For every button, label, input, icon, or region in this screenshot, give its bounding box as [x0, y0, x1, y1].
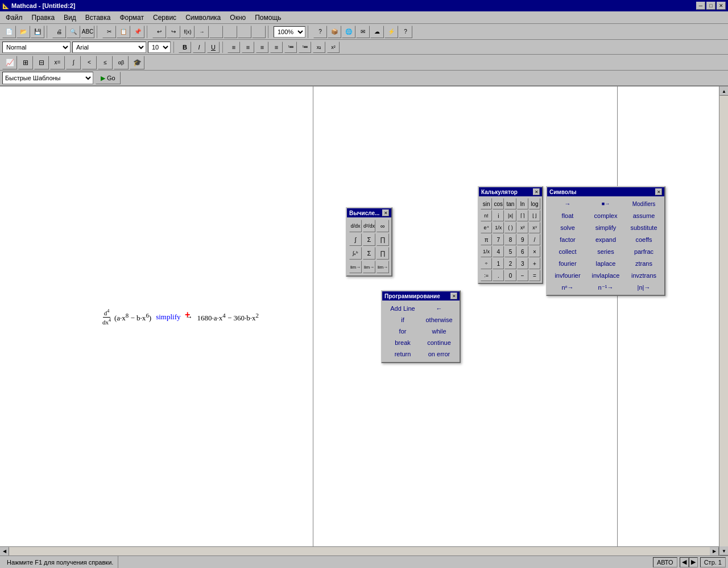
underline-button[interactable]: U [207, 42, 220, 53]
menu-view[interactable]: Вид [59, 13, 81, 23]
sym-modifiers[interactable]: Modifiers [625, 198, 663, 209]
prog-panel-title[interactable]: Программирование ✕ [382, 291, 460, 301]
calc-paren[interactable]: ( ) [504, 222, 516, 233]
calc-assign[interactable]: := [481, 270, 492, 281]
calc-floor[interactable]: ⌊⌋ [529, 210, 540, 221]
calc-9[interactable]: 9 [517, 234, 528, 245]
calc-eq[interactable]: = [529, 270, 540, 281]
calc-5[interactable]: 5 [504, 246, 516, 257]
prog-return[interactable]: return [384, 348, 421, 360]
btn3[interactable] [238, 26, 251, 38]
style-select[interactable]: Normal [2, 42, 71, 53]
align-left[interactable]: ≡ [228, 42, 240, 53]
sym-parfrac[interactable]: parfrac [625, 246, 663, 257]
restore-button[interactable]: □ [706, 2, 715, 10]
web-button[interactable]: 🌐 [342, 26, 355, 38]
vych-deriv[interactable]: d/dx [349, 220, 362, 232]
vych-prod[interactable]: ∏ [377, 233, 389, 246]
sym-laplace[interactable]: laplace [587, 258, 624, 269]
prog-arrow[interactable]: ← [421, 303, 457, 314]
vych-sum[interactable]: Σ [363, 233, 375, 246]
sym-substitute[interactable]: substitute [625, 222, 663, 233]
align-center[interactable]: ≡ [242, 42, 254, 53]
insert-unit[interactable]: → [195, 26, 209, 38]
btn1[interactable] [209, 26, 223, 38]
sym-btn-6[interactable]: < [82, 56, 97, 69]
sym-invfourier[interactable]: invfourier [549, 270, 586, 281]
sym-arrow2[interactable]: ■→ [587, 198, 624, 209]
sym-factor[interactable]: factor [549, 234, 586, 245]
superscript[interactable]: x² [327, 42, 340, 53]
align-right[interactable]: ≡ [256, 42, 268, 53]
calc-8[interactable]: 8 [504, 234, 516, 245]
bold-button[interactable]: B [179, 42, 191, 53]
help2-button[interactable]: ? [399, 26, 412, 38]
menu-help[interactable]: Помощь [250, 13, 286, 23]
prog-while[interactable]: while [421, 326, 457, 337]
sym-ztrans[interactable]: ztrans [625, 258, 663, 269]
sym-close[interactable]: ✕ [655, 188, 662, 195]
scroll-up[interactable]: ▲ [719, 87, 728, 96]
undo-button[interactable]: ↩ [152, 26, 166, 38]
prog-for[interactable]: for [384, 326, 421, 337]
vych-deriv2[interactable]: d²/dx [363, 220, 375, 232]
btn2[interactable] [224, 26, 237, 38]
minimize-button[interactable]: ─ [696, 2, 705, 10]
calc-inv2[interactable]: 1/x [481, 246, 492, 257]
help-button[interactable]: ? [313, 26, 327, 38]
menu-symbolic[interactable]: Символика [181, 13, 225, 23]
calc-ceil[interactable]: ⌈⌉ [517, 210, 528, 221]
spell-button[interactable]: ABC [81, 26, 94, 38]
sym-btn-7[interactable]: ≤ [98, 56, 113, 69]
calc-pow[interactable]: xʸ [529, 222, 540, 233]
prog-if[interactable]: if [384, 314, 421, 326]
sym-expand[interactable]: expand [587, 234, 624, 245]
scroll-left[interactable]: ◀ [0, 547, 9, 556]
insert-func[interactable]: f(x) [181, 26, 195, 38]
sym-simplify[interactable]: simplify [587, 222, 624, 233]
calc-sin[interactable]: sin [481, 198, 492, 209]
vych-panel-title[interactable]: Вычисле... ✕ [347, 208, 391, 217]
calc-1[interactable]: 1 [493, 258, 504, 269]
prog-otherwise[interactable]: otherwise [421, 314, 457, 326]
print-button[interactable]: 🖨 [52, 26, 66, 38]
calc-0[interactable]: 0 [504, 270, 516, 281]
copy-button[interactable]: 📋 [117, 26, 130, 38]
calc-nfact[interactable]: n! [481, 210, 492, 221]
prog-onerror[interactable]: on error [421, 348, 457, 360]
list2[interactable]: ≔ [299, 42, 311, 53]
vscroll[interactable]: ▲ ▼ [719, 87, 728, 555]
calc-tan[interactable]: tan [504, 198, 516, 209]
calc-panel-title[interactable]: Калькулятор ✕ [479, 187, 542, 196]
calc-exp[interactable]: eˣ [481, 222, 492, 233]
sym-complex[interactable]: complex [587, 210, 624, 221]
template-select[interactable]: Быстрые Шаблоны [2, 72, 93, 84]
cloud-button[interactable]: ☁ [370, 26, 384, 38]
calc-div[interactable]: / [529, 234, 540, 245]
new-button[interactable]: 📄 [2, 26, 16, 38]
calc-pi[interactable]: π [481, 234, 492, 245]
sym-btn-8[interactable]: αβ [114, 56, 129, 69]
prog-continue[interactable]: continue [421, 337, 457, 348]
italic-button[interactable]: I [193, 42, 205, 53]
calc-sq[interactable]: x² [517, 222, 528, 233]
vych-lim3[interactable]: lim→ [377, 261, 389, 273]
subscript[interactable]: x₂ [313, 42, 325, 53]
sym-coeffs[interactable]: coeffs [625, 234, 663, 245]
sym-ninv[interactable]: n⁻¹→ [587, 282, 624, 293]
sym-invlaplace[interactable]: invlaplace [587, 270, 624, 281]
calc-abs[interactable]: |x| [504, 210, 516, 221]
calc-7[interactable]: 7 [493, 234, 504, 245]
sym-abs[interactable]: |n|→ [625, 282, 663, 293]
close-button[interactable]: ✕ [717, 2, 726, 10]
sym-solve[interactable]: solve [549, 222, 586, 233]
sym-nton[interactable]: nⁿ→ [549, 282, 586, 293]
calc-6[interactable]: 6 [517, 246, 528, 257]
vych-def-int[interactable]: ∫ₐᵇ [349, 247, 362, 260]
size-select[interactable]: 10 [148, 42, 171, 53]
sym-series[interactable]: series [587, 246, 624, 257]
menu-edit[interactable]: Правка [27, 13, 60, 23]
cut-button[interactable]: ✂ [102, 26, 116, 38]
vych-prod2[interactable]: ∏ [377, 247, 389, 260]
calc-cos[interactable]: cos [493, 198, 504, 209]
